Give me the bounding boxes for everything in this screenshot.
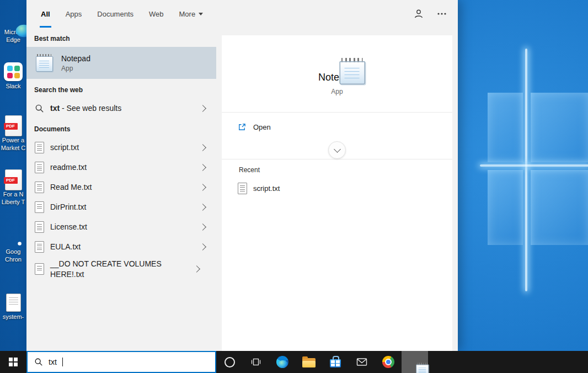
desktop-icon-label: Slack — [0, 83, 26, 90]
chevron-down-icon — [199, 13, 203, 15]
taskbar: txt — [0, 351, 588, 373]
taskbar-search-input[interactable]: txt — [26, 351, 216, 373]
file-icon — [6, 294, 21, 312]
text-file-icon — [35, 201, 44, 213]
web-search-text: txt - See web results — [50, 101, 194, 116]
chevron-down-icon — [334, 146, 341, 153]
desktop-icon-label: Power aMarket C — [0, 137, 26, 152]
section-label-documents: Documents — [26, 118, 216, 137]
document-result[interactable]: script.txt — [26, 137, 216, 157]
web-search-result[interactable]: txt - See web results — [26, 98, 216, 118]
cortana-button[interactable] — [216, 351, 243, 373]
taskbar-search-value: txt — [49, 358, 57, 366]
taskbar-notepad-button[interactable] — [402, 351, 428, 373]
desktop-icon-label: For a NLiberty T — [0, 191, 26, 206]
result-subtitle: App — [61, 65, 90, 72]
start-button[interactable] — [0, 351, 26, 373]
slack-icon — [4, 62, 23, 81]
section-label-best-match: Best match — [26, 28, 216, 47]
desktop-icon-edge[interactable]: MicrosEdge — [0, 7, 26, 44]
text-file-icon — [35, 142, 44, 153]
microsoft-store-icon — [330, 359, 341, 367]
task-view-icon — [251, 358, 261, 366]
document-title: EULA.txt — [50, 239, 194, 254]
taskbar-edge-button[interactable] — [269, 351, 296, 373]
desktop-icon-label: GoogChron — [0, 248, 26, 264]
text-file-icon — [238, 183, 247, 194]
person-icon — [413, 8, 424, 19]
search-results-list: Best match Notepad App Search the web tx… — [26, 28, 216, 351]
document-result[interactable]: EULA.txt — [26, 237, 216, 257]
text-caret — [62, 358, 63, 366]
expand-chevron-icon[interactable] — [193, 266, 200, 273]
desktop-icon-slack[interactable]: Slack — [0, 61, 26, 90]
file-explorer-icon — [302, 358, 316, 367]
preview-pane: Notepad App Open Recent script.txt — [222, 35, 452, 351]
logo-light-beam-vertical — [525, 49, 527, 291]
document-result[interactable]: readme.txt — [26, 157, 216, 177]
text-file-icon — [35, 221, 44, 233]
document-title: Read Me.txt — [50, 180, 194, 195]
best-match-result-notepad[interactable]: Notepad App — [26, 47, 216, 79]
search-icon — [35, 104, 44, 113]
recent-item-title: script.txt — [253, 184, 280, 193]
logo-light-beam-horizontal — [480, 164, 588, 167]
expand-chevron-icon[interactable] — [199, 184, 206, 191]
tab-documents[interactable]: Documents — [96, 0, 135, 28]
expand-chevron-icon[interactable] — [199, 164, 206, 171]
expand-actions-button[interactable] — [328, 141, 346, 159]
desktop-icon-chrome[interactable]: GoogChron — [0, 226, 26, 264]
document-title: __DO NOT CREATE VOLUMES HERE!.txt — [50, 257, 188, 282]
taskbar-chrome-button[interactable] — [375, 351, 402, 373]
recent-section-label: Recent — [222, 159, 452, 174]
ellipsis-icon — [436, 8, 447, 19]
document-title: DirPrint.txt — [50, 200, 194, 215]
open-action[interactable]: Open — [222, 113, 452, 141]
mail-icon — [356, 358, 367, 366]
section-label-search-the-web: Search the web — [26, 79, 216, 98]
taskbar-file-explorer-button[interactable] — [296, 351, 322, 373]
search-panel: All Apps Documents Web More Best m — [26, 0, 458, 351]
desktop-icon-pdf-1[interactable]: PDF Power aMarket C — [0, 115, 26, 152]
task-view-button[interactable] — [243, 351, 269, 373]
tab-all[interactable]: All — [40, 0, 51, 28]
document-title: script.txt — [50, 140, 194, 155]
expand-chevron-icon[interactable] — [199, 243, 206, 251]
pdf-icon: PDF — [5, 169, 22, 190]
document-result[interactable]: __DO NOT CREATE VOLUMES HERE!.txt — [26, 257, 216, 282]
edge-icon — [276, 356, 288, 368]
document-title: readme.txt — [50, 160, 194, 175]
expand-chevron-icon[interactable] — [199, 105, 206, 112]
text-file-icon — [35, 182, 44, 193]
document-result[interactable]: DirPrint.txt — [26, 197, 216, 217]
search-icon — [34, 358, 43, 366]
tab-web[interactable]: Web — [148, 0, 165, 28]
windows-start-icon — [9, 358, 18, 366]
expand-chevron-icon[interactable] — [199, 144, 206, 151]
expander-area — [222, 141, 452, 159]
document-result[interactable]: Read Me.txt — [26, 177, 216, 197]
taskbar-mail-button[interactable] — [349, 351, 375, 373]
text-file-icon — [35, 162, 44, 173]
signin-button[interactable] — [409, 4, 428, 23]
open-label: Open — [253, 123, 271, 131]
document-result[interactable]: License.txt — [26, 217, 216, 237]
text-file-icon — [35, 241, 44, 253]
chrome-icon — [382, 356, 394, 368]
desktop-icon-pdf-2[interactable]: PDF For a NLiberty T — [0, 169, 26, 206]
expand-chevron-icon[interactable] — [199, 223, 206, 231]
notepad-icon — [34, 53, 54, 73]
tab-more[interactable]: More — [178, 0, 205, 28]
more-options-button[interactable] — [432, 4, 451, 23]
taskbar-store-button[interactable] — [322, 351, 349, 373]
recent-item[interactable]: script.txt — [222, 183, 452, 194]
document-title: License.txt — [50, 220, 194, 235]
preview-app-title: Notepad — [222, 72, 452, 83]
desktop: MicrosEdge Slack PDF Power aMarket C PDF… — [0, 0, 588, 373]
cortana-icon — [224, 357, 235, 367]
pdf-icon: PDF — [5, 115, 22, 136]
tab-apps[interactable]: Apps — [65, 0, 83, 28]
text-file-icon — [35, 263, 44, 275]
desktop-icon-system-file[interactable]: system- — [0, 291, 26, 321]
expand-chevron-icon[interactable] — [199, 204, 206, 211]
